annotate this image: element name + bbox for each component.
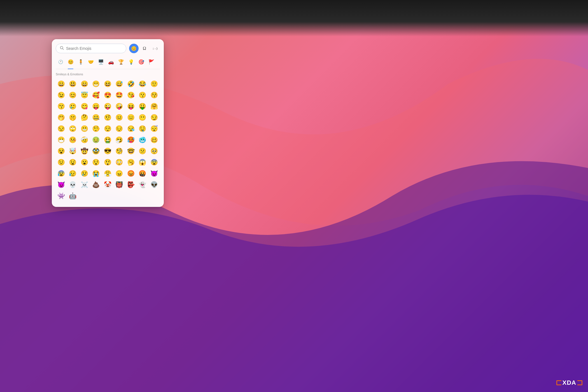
cat-objects[interactable]: 💡 [126, 57, 136, 67]
emoji-cell[interactable]: 😨 [149, 157, 159, 168]
cat-people[interactable]: 🧍 [76, 57, 85, 67]
emoji-cell[interactable]: 🤣 [125, 79, 136, 89]
emoji-cell[interactable]: 😛 [91, 101, 101, 112]
emoji-cell[interactable]: 🤖 [67, 191, 78, 201]
emoji-cell[interactable]: 🥴 [149, 135, 159, 145]
emoji-cell[interactable]: 😄 [79, 79, 90, 89]
emoji-cell[interactable]: 😚 [149, 90, 159, 101]
emoji-cell[interactable]: 👻 [137, 179, 148, 190]
emoji-cell[interactable]: 🤡 [102, 179, 113, 190]
emoji-cell[interactable]: 😟 [56, 157, 66, 168]
emoji-cell[interactable]: 😎 [102, 146, 113, 157]
emoji-cell[interactable]: 🤯 [67, 146, 78, 157]
emoji-cell[interactable]: 😑 [125, 112, 136, 123]
emoji-cell[interactable]: 🤔 [79, 112, 90, 123]
emoji-cell[interactable]: 🥵 [125, 135, 136, 145]
tab-symbol[interactable]: Ω [140, 44, 149, 53]
emoji-cell[interactable]: 🥸 [91, 146, 101, 157]
emoji-cell[interactable]: 🤭 [56, 112, 66, 123]
emoji-cell[interactable]: 🤨 [102, 112, 113, 123]
emoji-cell[interactable]: 🤗 [149, 101, 159, 112]
emoji-cell[interactable]: 🧐 [114, 146, 125, 157]
emoji-cell[interactable]: 💀 [67, 179, 78, 190]
emoji-cell[interactable]: 😱 [137, 157, 148, 168]
cat-gestures[interactable]: 🤝 [86, 57, 95, 67]
emoji-cell[interactable]: 😡 [125, 168, 136, 179]
emoji-cell[interactable]: 😔 [114, 123, 125, 134]
cat-recent[interactable]: 🕐 [56, 57, 65, 67]
emoji-cell[interactable]: 🤓 [125, 146, 136, 157]
emoji-cell[interactable]: 🙄 [67, 123, 78, 134]
emoji-cell[interactable]: 😢 [79, 168, 90, 179]
emoji-cell[interactable]: 😜 [102, 101, 113, 112]
emoji-cell[interactable]: 😷 [56, 135, 66, 145]
emoji-cell[interactable]: 🥶 [137, 135, 148, 145]
emoji-cell[interactable]: 😃 [67, 79, 78, 89]
emoji-cell[interactable]: 🤧 [114, 135, 125, 145]
emoji-cell[interactable]: 🤫 [67, 112, 78, 123]
emoji-cell[interactable]: 😭 [91, 168, 101, 179]
emoji-cell[interactable]: 🤕 [79, 135, 90, 145]
emoji-cell[interactable]: 😝 [125, 101, 136, 112]
emoji-cell[interactable]: 🙂 [149, 79, 159, 89]
emoji-cell[interactable]: 😰 [56, 168, 66, 179]
emoji-cell[interactable]: 🥰 [91, 90, 101, 101]
cat-transport[interactable]: 🚗 [106, 57, 116, 67]
emoji-cell[interactable]: 😤 [102, 168, 113, 179]
emoji-cell[interactable]: 😘 [125, 90, 136, 101]
emoji-cell[interactable]: 😥 [67, 168, 78, 179]
cat-trophy[interactable]: 🏆 [116, 57, 126, 67]
emoji-cell[interactable]: 🤤 [137, 123, 148, 134]
emoji-cell[interactable]: 👿 [56, 179, 66, 190]
emoji-cell[interactable]: 😯 [91, 157, 101, 168]
emoji-cell[interactable]: 🤐 [91, 112, 101, 123]
emoji-cell[interactable]: 💩 [91, 179, 101, 190]
emoji-cell[interactable]: 🤬 [137, 168, 148, 179]
search-input[interactable] [66, 46, 122, 51]
emoji-cell[interactable]: 🤩 [114, 90, 125, 101]
emoji-cell[interactable]: 🤒 [67, 135, 78, 145]
emoji-cell[interactable]: 👾 [56, 191, 66, 201]
tab-ascii[interactable]: :-) [150, 44, 160, 53]
search-input-wrapper[interactable] [56, 44, 126, 53]
emoji-cell[interactable]: 🥱 [125, 157, 136, 168]
emoji-cell[interactable]: 😕 [137, 146, 148, 157]
cat-activities[interactable]: 🎯 [136, 57, 146, 67]
emoji-cell[interactable]: 😂 [137, 79, 148, 89]
emoji-cell[interactable]: 😍 [102, 90, 113, 101]
emoji-cell[interactable]: 👺 [125, 179, 136, 190]
emoji-cell[interactable]: 😅 [114, 79, 125, 89]
emoji-cell[interactable]: 😐 [114, 112, 125, 123]
cat-monitor[interactable]: 🖥️ [96, 57, 106, 67]
emoji-cell[interactable]: ☠️ [79, 179, 90, 190]
emoji-cell[interactable]: 🤥 [91, 123, 101, 134]
emoji-cell[interactable]: 😏 [149, 112, 159, 123]
emoji-cell[interactable]: 👽 [149, 179, 159, 190]
emoji-cell[interactable]: 😊 [67, 90, 78, 101]
emoji-cell[interactable]: 🥲 [67, 101, 78, 112]
tab-emoji[interactable]: 😊 [129, 44, 139, 53]
emoji-cell[interactable]: 👹 [114, 179, 125, 190]
emoji-cell[interactable]: 😴 [149, 123, 159, 134]
emoji-cell[interactable]: 😪 [125, 123, 136, 134]
emoji-cell[interactable]: 😶 [137, 112, 148, 123]
emoji-cell[interactable]: 😲 [102, 157, 113, 168]
cat-smileys[interactable]: 😊 [66, 57, 75, 67]
emoji-cell[interactable]: 😁 [91, 79, 101, 89]
emoji-cell[interactable]: 😠 [114, 168, 125, 179]
emoji-cell[interactable]: 😵 [56, 146, 66, 157]
emoji-cell[interactable]: 😒 [56, 123, 66, 134]
emoji-cell[interactable]: 😳 [114, 157, 125, 168]
emoji-cell[interactable]: 🤠 [79, 146, 90, 157]
emoji-cell[interactable]: 🤮 [102, 135, 113, 145]
emoji-cell[interactable]: 🤢 [91, 135, 101, 145]
emoji-cell[interactable]: 🤪 [114, 101, 125, 112]
emoji-cell[interactable]: 🤑 [137, 101, 148, 112]
emoji-cell[interactable]: 😗 [137, 90, 148, 101]
emoji-cell[interactable]: 🥺 [149, 146, 159, 157]
emoji-cell[interactable]: 😇 [79, 90, 90, 101]
emoji-cell[interactable]: 😮 [79, 157, 90, 168]
emoji-cell[interactable]: 😧 [67, 157, 78, 168]
emoji-cell[interactable]: 😈 [149, 168, 159, 179]
emoji-cell[interactable]: 😋 [79, 101, 90, 112]
